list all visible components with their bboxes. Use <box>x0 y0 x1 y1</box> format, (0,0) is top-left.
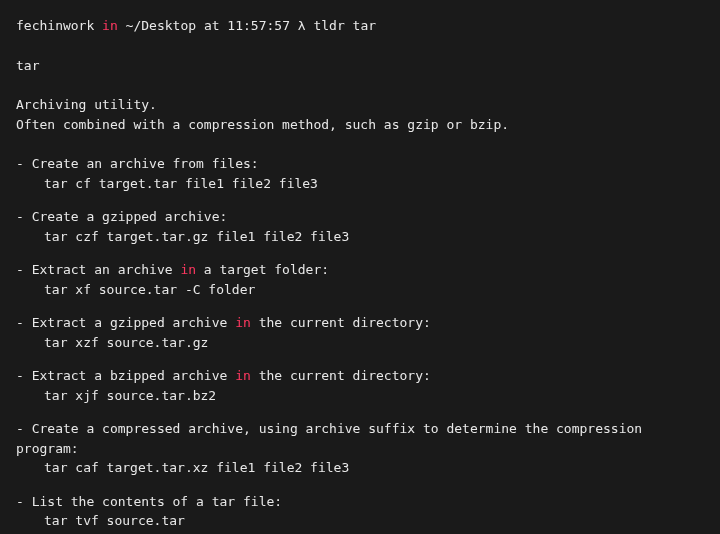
example-command: tar cf target.tar file1 file2 file3 <box>16 174 704 194</box>
example-description: - Create an archive from files: <box>16 154 704 174</box>
prompt-at: at <box>204 18 220 33</box>
prompt-time: 11:57:57 <box>227 18 290 33</box>
example-item: - Create a gzipped archive: tar czf targ… <box>16 207 704 246</box>
prompt-lambda: λ <box>298 18 306 33</box>
example-item: - Create an archive from files: tar cf t… <box>16 154 704 193</box>
example-command: tar czf target.tar.gz file1 file2 file3 <box>16 227 704 247</box>
example-item: - Extract a bzipped archive in the curre… <box>16 366 704 405</box>
example-item: - Extract a gzipped archive in the curre… <box>16 313 704 352</box>
example-item: - Create a compressed archive, using arc… <box>16 419 704 478</box>
prompt-in-keyword: in <box>102 18 118 33</box>
example-description: - Create a compressed archive, using arc… <box>16 419 704 458</box>
prompt-user: fechinwork <box>16 18 94 33</box>
example-command: tar tvf source.tar <box>16 511 704 531</box>
example-item: - List the contents of a tar file: tar t… <box>16 492 704 531</box>
tldr-title: tar <box>16 56 704 76</box>
example-item: - Extract an archive in a target folder:… <box>16 260 704 299</box>
example-description: - Create a gzipped archive: <box>16 207 704 227</box>
example-command: tar caf target.tar.xz file1 file2 file3 <box>16 458 704 478</box>
description-line: Often combined with a compression method… <box>16 115 704 135</box>
example-description: - List the contents of a tar file: <box>16 492 704 512</box>
shell-prompt[interactable]: fechinwork in ~/Desktop at 11:57:57 λ tl… <box>16 16 704 36</box>
example-description: - Extract an archive in a target folder: <box>16 260 704 280</box>
example-description: - Extract a bzipped archive in the curre… <box>16 366 704 386</box>
example-description: - Extract a gzipped archive in the curre… <box>16 313 704 333</box>
example-command: tar xf source.tar -C folder <box>16 280 704 300</box>
description-line: Archiving utility. <box>16 95 704 115</box>
tldr-description: Archiving utility. Often combined with a… <box>16 95 704 134</box>
example-command: tar xjf source.tar.bz2 <box>16 386 704 406</box>
prompt-command: tldr tar <box>313 18 376 33</box>
tldr-examples: - Create an archive from files: tar cf t… <box>16 154 704 531</box>
prompt-path: ~/Desktop <box>126 18 196 33</box>
example-command: tar xzf source.tar.gz <box>16 333 704 353</box>
